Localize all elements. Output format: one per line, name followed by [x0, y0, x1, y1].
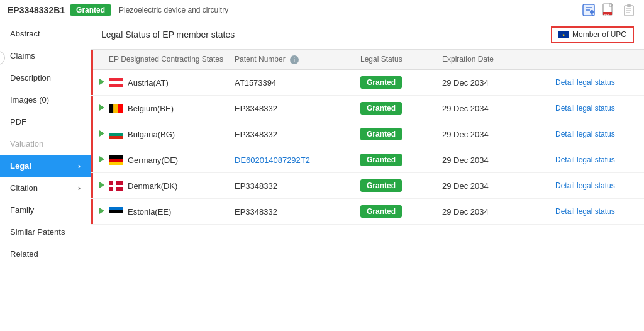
- legal-table: EP Designated Contracting States Patent …: [91, 50, 644, 225]
- header-toolbar: PDF: [581, 3, 636, 18]
- table-row: Austria(AT)AT1573394Granted29 Dec 2034De…: [91, 70, 644, 96]
- sidebar-item-label: Legal: [10, 161, 31, 171]
- expiration-date-cell: 29 Dec 2034: [442, 207, 555, 216]
- chevron-right-icon: ›: [78, 162, 80, 171]
- patent-number-cell[interactable]: DE602014087292T2: [235, 155, 360, 165]
- legal-header: Legal Status of EP member states ★ Membe…: [91, 20, 644, 50]
- sidebar: AbstractClaimsDescriptionImages (0)PDFVa…: [0, 20, 91, 331]
- detail-legal-status-link[interactable]: Detail legal status: [555, 130, 615, 138]
- main-layout: AbstractClaimsDescriptionImages (0)PDFVa…: [0, 20, 644, 331]
- country-name: Germany(DE): [128, 155, 178, 165]
- table-header-row: EP Designated Contracting States Patent …: [91, 50, 644, 70]
- pdf-icon[interactable]: PDF: [601, 3, 616, 18]
- upc-row-marker: [99, 130, 105, 138]
- svg-rect-35: [113, 181, 115, 191]
- col-header-country: EP Designated Contracting States: [109, 55, 235, 64]
- expiration-date-cell: 29 Dec 2034: [442, 104, 555, 113]
- granted-badge: Granted: [360, 179, 402, 192]
- svg-rect-11: [627, 4, 631, 7]
- sidebar-item-legal[interactable]: Legal›: [0, 155, 91, 177]
- svg-rect-32: [109, 162, 123, 165]
- upc-label: Member of UPC: [572, 30, 626, 39]
- country-cell: Bulgaria(BG): [109, 130, 235, 139]
- sidebar-item-label: Related: [10, 249, 38, 259]
- upc-row-marker: [99, 208, 105, 215]
- detail-link-cell[interactable]: Detail legal status: [555, 77, 643, 88]
- svg-rect-28: [109, 136, 123, 139]
- sidebar-section: AbstractClaimsDescriptionImages (0)PDFVa…: [0, 23, 91, 265]
- detail-legal-status-link[interactable]: Detail legal status: [555, 104, 615, 113]
- flag-bg-icon: [109, 130, 123, 139]
- detail-link-cell[interactable]: Detail legal status: [555, 154, 643, 166]
- upc-badge[interactable]: ★ Member of UPC: [551, 26, 634, 43]
- country-name: Bulgaria(BG): [128, 130, 175, 139]
- country-name: Denmark(DK): [128, 181, 177, 191]
- sidebar-item-family[interactable]: Family: [0, 199, 91, 221]
- sidebar-item-claims[interactable]: Claims: [0, 45, 91, 67]
- svg-rect-22: [109, 104, 113, 113]
- svg-marker-37: [99, 208, 104, 214]
- svg-marker-25: [99, 130, 104, 137]
- expiration-date-cell: 29 Dec 2034: [442, 155, 555, 165]
- sidebar-item-citation[interactable]: Citation›: [0, 177, 91, 199]
- country-name: Estonia(EE): [128, 207, 171, 216]
- patent-number-info-icon[interactable]: i: [290, 55, 299, 64]
- svg-rect-27: [109, 133, 123, 136]
- svg-text:★: ★: [562, 33, 565, 37]
- upc-row-marker: [99, 182, 105, 189]
- svg-rect-19: [109, 81, 123, 84]
- expiration-date-cell: 29 Dec 2034: [442, 181, 555, 191]
- svg-rect-26: [109, 130, 123, 133]
- upc-row-marker: [99, 79, 105, 86]
- detail-legal-status-link[interactable]: Detail legal status: [555, 155, 615, 164]
- detail-link-cell[interactable]: Detail legal status: [555, 206, 643, 217]
- flag-be-icon: [109, 104, 123, 113]
- table-row: Estonia(EE)EP3348332Granted29 Dec 2034De…: [91, 199, 644, 225]
- svg-rect-34: [109, 181, 123, 191]
- sidebar-item-related[interactable]: Related: [0, 243, 91, 265]
- detail-link-cell[interactable]: Detail legal status: [555, 180, 643, 191]
- detail-legal-status-link[interactable]: Detail legal status: [555, 78, 615, 87]
- svg-point-3: [590, 10, 594, 14]
- legal-status-cell: Granted: [360, 154, 442, 166]
- granted-badge: Granted: [360, 102, 402, 115]
- country-cell: Germany(DE): [109, 155, 235, 165]
- country-cell: Estonia(EE): [109, 207, 235, 216]
- legal-status-cell: Granted: [360, 179, 442, 192]
- svg-rect-31: [109, 159, 123, 162]
- expiration-date-cell: 29 Dec 2034: [442, 130, 555, 139]
- sidebar-item-valuation[interactable]: Valuation: [0, 133, 91, 155]
- tool-icon-1[interactable]: [581, 3, 596, 18]
- patent-granted-badge: Granted: [70, 4, 111, 16]
- sidebar-item-similar[interactable]: Similar Patents: [0, 221, 91, 243]
- sidebar-item-abstract[interactable]: Abstract: [0, 23, 91, 45]
- svg-marker-21: [99, 104, 104, 111]
- detail-link-cell[interactable]: Detail legal status: [555, 103, 643, 114]
- patent-number-link[interactable]: DE602014087292T2: [235, 155, 310, 165]
- svg-rect-18: [109, 78, 123, 81]
- sidebar-item-images[interactable]: Images (0): [0, 89, 91, 111]
- sidebar-item-description[interactable]: Description: [0, 67, 91, 89]
- sidebar-item-label: Valuation: [10, 139, 43, 149]
- upc-row-marker: [99, 156, 105, 164]
- upc-row-marker: [99, 104, 105, 112]
- detail-legal-status-link[interactable]: Detail legal status: [555, 181, 615, 190]
- country-cell: Belgium(BE): [109, 104, 235, 113]
- svg-rect-38: [109, 207, 123, 210]
- patent-number-cell: EP3348332: [235, 207, 360, 216]
- patent-number-cell: AT1573394: [235, 78, 360, 87]
- page-header: EP3348332B1 Granted Piezoelectric device…: [0, 0, 644, 20]
- flag-de-icon: [109, 155, 123, 165]
- sidebar-item-pdf[interactable]: PDF: [0, 111, 91, 133]
- clipboard-icon[interactable]: [621, 3, 636, 18]
- patent-number-cell: EP3348332: [235, 104, 360, 113]
- flag-ee-icon: [109, 207, 123, 216]
- sidebar-item-label: PDF: [10, 117, 26, 126]
- col-header-patent-number: Patent Number i: [235, 55, 360, 64]
- detail-link-cell[interactable]: Detail legal status: [555, 128, 643, 140]
- svg-rect-39: [109, 210, 123, 213]
- detail-legal-status-link[interactable]: Detail legal status: [555, 207, 615, 216]
- patent-id: EP3348332B1: [8, 5, 65, 15]
- granted-badge: Granted: [360, 205, 402, 218]
- sidebar-item-label: Abstract: [10, 29, 40, 38]
